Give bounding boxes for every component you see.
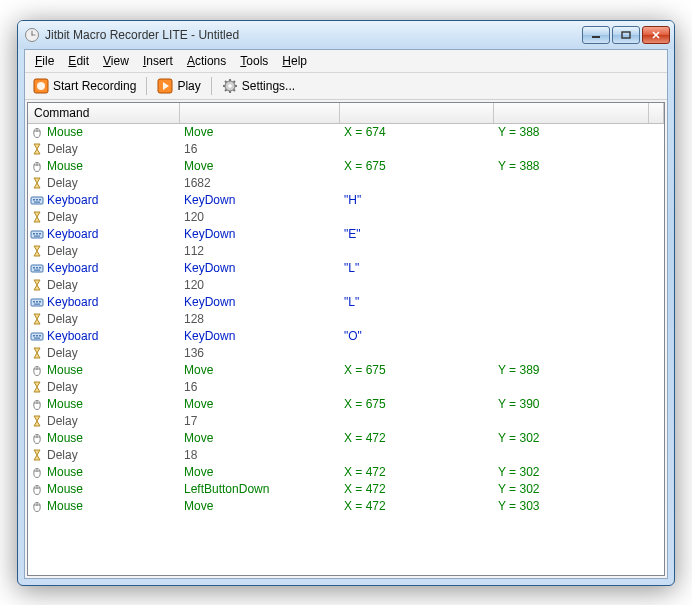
table-row[interactable]: Delay120 [28,277,664,294]
table-row[interactable]: MouseMoveX = 675Y = 389 [28,362,664,379]
menu-insert[interactable]: Insert [137,52,179,70]
mouse-icon [30,363,44,377]
table-row[interactable]: MouseMoveX = 472Y = 302 [28,464,664,481]
svg-line-19 [233,89,235,91]
svg-rect-51 [39,335,41,337]
cell-param2: Y = 389 [494,363,649,377]
settings-button[interactable]: Settings... [218,76,299,96]
menu-help[interactable]: Help [276,52,313,70]
svg-rect-45 [36,301,38,303]
table-row[interactable]: MouseMoveX = 675Y = 390 [28,396,664,413]
cell-command: Keyboard [47,329,98,343]
keyboard-icon [30,295,44,309]
svg-point-13 [228,84,232,88]
column-header-1[interactable] [180,103,340,123]
table-row[interactable]: Delay18 [28,447,664,464]
play-button[interactable]: Play [153,76,204,96]
record-button[interactable]: Start Recording [29,76,140,96]
cell-action: KeyDown [180,295,340,309]
table-row[interactable]: Delay128 [28,311,664,328]
cell-command: Keyboard [47,193,98,207]
table-row[interactable]: KeyboardKeyDown"L" [28,260,664,277]
cell-command: Keyboard [47,261,98,275]
cell-param1: X = 472 [340,482,494,496]
table-row[interactable]: Delay120 [28,209,664,226]
minimize-button[interactable] [582,26,610,44]
menu-view[interactable]: View [97,52,135,70]
cell-command: Delay [47,346,78,360]
svg-point-9 [37,82,45,90]
cell-param2: Y = 302 [494,482,649,496]
table-row[interactable]: MouseMoveX = 472Y = 302 [28,430,664,447]
cell-action: 18 [180,448,340,462]
titlebar[interactable]: Jitbit Macro Recorder LITE - Untitled [18,21,674,49]
menu-tools[interactable]: Tools [234,52,274,70]
command-list[interactable]: Command MouseMoveX = 674Y = 388Delay16Mo… [27,102,665,576]
cell-action: 120 [180,210,340,224]
gear-icon [222,78,238,94]
cell-command: Delay [47,210,78,224]
menu-file[interactable]: File [29,52,60,70]
svg-rect-35 [36,233,38,235]
cell-action: 17 [180,414,340,428]
play-label: Play [177,79,200,93]
cell-action: Move [180,465,340,479]
svg-rect-29 [33,199,35,201]
table-row[interactable]: Delay136 [28,345,664,362]
cell-command: Delay [47,176,78,190]
mouse-icon [30,482,44,496]
column-header-4[interactable] [649,103,664,123]
column-header-command[interactable]: Command [28,103,180,123]
menu-edit[interactable]: Edit [62,52,95,70]
maximize-button[interactable] [612,26,640,44]
client-area: File Edit View Insert Actions Tools Help… [24,49,668,579]
cell-action: 16 [180,380,340,394]
cell-command: Delay [47,448,78,462]
svg-rect-32 [34,202,40,203]
cell-command: Mouse [47,482,83,496]
table-row[interactable]: Delay16 [28,141,664,158]
toolbar-separator [146,77,147,95]
table-row[interactable]: MouseMoveX = 675Y = 388 [28,158,664,175]
delay-icon [30,278,44,292]
cell-command: Mouse [47,499,83,513]
delay-icon [30,380,44,394]
svg-rect-44 [33,301,35,303]
svg-rect-40 [36,267,38,269]
column-header-3[interactable] [494,103,649,123]
table-row[interactable]: Delay17 [28,413,664,430]
cell-action: 112 [180,244,340,258]
keyboard-icon [30,261,44,275]
table-row[interactable]: Delay16 [28,379,664,396]
column-header-2[interactable] [340,103,494,123]
table-row[interactable]: KeyboardKeyDown"O" [28,328,664,345]
table-row[interactable]: Delay112 [28,243,664,260]
table-row[interactable]: MouseMoveX = 674Y = 388 [28,124,664,141]
menu-actions[interactable]: Actions [181,52,232,70]
app-icon [24,27,40,43]
table-header: Command [28,103,664,124]
settings-label: Settings... [242,79,295,93]
table-row[interactable]: MouseLeftButtonDownX = 472Y = 302 [28,481,664,498]
cell-command: Mouse [47,363,83,377]
svg-line-21 [225,89,227,91]
table-row[interactable]: KeyboardKeyDown"H" [28,192,664,209]
table-row[interactable]: KeyboardKeyDown"E" [28,226,664,243]
cell-param2: Y = 303 [494,499,649,513]
table-body: MouseMoveX = 674Y = 388Delay16MouseMoveX… [28,124,664,515]
cell-action: Move [180,125,340,139]
table-row[interactable]: KeyboardKeyDown"L" [28,294,664,311]
cell-param1: X = 472 [340,499,494,513]
svg-rect-47 [34,304,40,305]
cell-command: Delay [47,244,78,258]
table-row[interactable]: Delay1682 [28,175,664,192]
mouse-icon [30,499,44,513]
close-button[interactable] [642,26,670,44]
svg-line-20 [233,81,235,83]
svg-rect-30 [36,199,38,201]
menubar: File Edit View Insert Actions Tools Help [25,50,667,73]
svg-rect-31 [39,199,41,201]
cell-param1: "O" [340,329,494,343]
table-row[interactable]: MouseMoveX = 472Y = 303 [28,498,664,515]
cell-command: Delay [47,380,78,394]
